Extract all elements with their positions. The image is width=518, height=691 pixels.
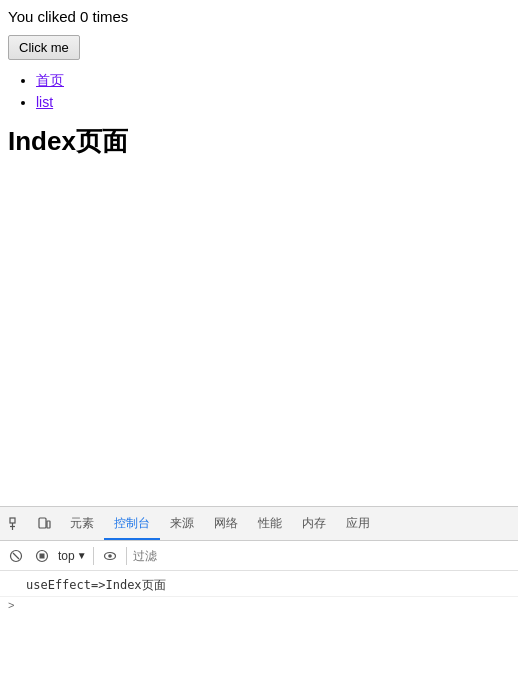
eye-icon[interactable] <box>100 546 120 566</box>
console-expand-arrow[interactable]: > <box>0 597 518 613</box>
toolbar-divider-2 <box>126 547 127 565</box>
svg-rect-3 <box>39 518 46 528</box>
tab-memory[interactable]: 内存 <box>292 509 336 540</box>
console-output: useEffect=>Index页面 > <box>0 571 518 691</box>
nav-link-list[interactable]: list <box>36 94 53 110</box>
console-log-text: useEffect=>Index页面 <box>26 577 166 594</box>
console-log-line: useEffect=>Index页面 <box>0 575 518 597</box>
svg-point-10 <box>108 554 112 558</box>
list-item: 首页 <box>36 72 510 90</box>
tab-elements[interactable]: 元素 <box>60 509 104 540</box>
svg-line-6 <box>13 553 19 559</box>
click-count-text: You cliked 0 times <box>8 8 510 25</box>
nav-link-home[interactable]: 首页 <box>36 72 64 88</box>
chevron-down-icon: ▼ <box>77 550 87 561</box>
tab-application[interactable]: 应用 <box>336 509 380 540</box>
main-content: You cliked 0 times Click me 首页 list Inde… <box>0 0 518 400</box>
console-filter-input[interactable] <box>133 549 213 563</box>
devtools-panel: 元素 控制台 来源 网络 性能 内存 应用 top ▼ <box>0 506 518 691</box>
nav-list: 首页 list <box>36 72 510 110</box>
level-selector-label: top <box>58 549 75 563</box>
inspect-element-icon[interactable] <box>4 512 28 536</box>
toolbar-divider <box>93 547 94 565</box>
tab-network[interactable]: 网络 <box>204 509 248 540</box>
stop-icon[interactable] <box>32 546 52 566</box>
expand-symbol: > <box>8 599 14 611</box>
svg-rect-4 <box>47 521 50 528</box>
devtools-tab-bar: 元素 控制台 来源 网络 性能 内存 应用 <box>0 507 518 541</box>
svg-rect-8 <box>40 553 45 558</box>
clear-console-icon[interactable] <box>6 546 26 566</box>
level-selector[interactable]: top ▼ <box>58 549 87 563</box>
tab-console[interactable]: 控制台 <box>104 509 160 540</box>
console-toolbar: top ▼ <box>0 541 518 571</box>
device-toolbar-icon[interactable] <box>32 512 56 536</box>
tab-sources[interactable]: 来源 <box>160 509 204 540</box>
tab-performance[interactable]: 性能 <box>248 509 292 540</box>
list-item: list <box>36 94 510 110</box>
page-title: Index页面 <box>8 124 510 159</box>
click-me-button[interactable]: Click me <box>8 35 80 60</box>
svg-rect-0 <box>10 518 15 523</box>
